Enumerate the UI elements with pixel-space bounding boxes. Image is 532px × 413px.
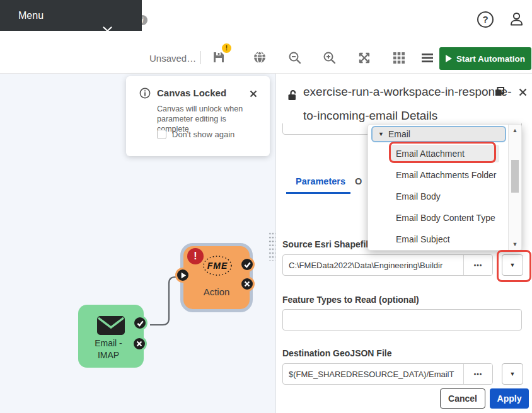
automation-canvas[interactable]: Email - IMAP FME Action ! [0,74,275,413]
fme-automations-app: Automations i ? Menu Unsaved… ! Start [0,0,532,413]
play-icon [446,55,452,62]
cross-icon [136,340,143,348]
start-automation-label: Start Automation [456,54,525,64]
scrollbar-thumb[interactable] [511,160,519,193]
dont-show-again-label: Don't show again [172,130,234,139]
fit-view-icon[interactable] [357,50,372,65]
fme-logo-icon: FME [202,254,233,280]
help-icon[interactable]: ? [477,11,494,28]
source-shapefile-label: Source Esri Shapefil [282,239,368,249]
browse-ellipsis-button[interactable]: ••• [463,364,492,384]
canvas-locked-title: Canvas Locked [157,88,226,98]
close-icon[interactable] [519,88,527,99]
start-automation-button[interactable]: Start Automation [439,47,531,70]
dropdown-item-email-attachment[interactable]: Email Attachment [391,145,499,162]
dont-show-again-checkbox[interactable] [157,130,166,139]
tab-second[interactable]: O [355,176,362,186]
duplicate-panel-icon[interactable] [494,86,505,99]
email-failure-port[interactable] [132,336,147,351]
cross-icon [243,280,251,288]
email-success-port[interactable] [132,315,147,331]
active-tab-underline [286,192,350,194]
hamburger-menu-icon[interactable] [420,50,436,65]
dropdown-item-email-body-content-type[interactable]: Email Body Content Type [391,209,500,227]
user-icon[interactable] [508,11,525,28]
destination-input-group: ••• [282,363,493,385]
dropdown-item-email-attachments-folder[interactable]: Email Attachments Folder [391,166,502,184]
dropdown-item-email-body[interactable]: Email Body [391,188,446,205]
dropdown-group-email[interactable]: ▼ Email [371,126,506,142]
node-action-label: Action [183,286,250,297]
menu-label: Menu [18,10,43,21]
scroll-up-icon[interactable]: ▲ [509,127,521,133]
destination-dropdown-button[interactable]: ▼ [502,363,523,385]
chevron-down-icon [103,13,112,44]
feature-types-input[interactable] [282,309,522,331]
source-shapefile-input[interactable] [283,255,463,275]
dropdown-item-email-subject[interactable]: Email Subject [391,230,455,248]
info-circle-icon [139,88,151,101]
globe-icon[interactable] [253,50,268,65]
check-icon [243,261,252,269]
zoom-out-icon[interactable] [287,50,303,65]
dropdown-scrollbar[interactable]: ▲ ▼ [508,125,521,250]
unsaved-warning-badge: ! [222,43,231,53]
caret-down-icon: ▼ [378,131,384,137]
destination-geojson-label: Destination GeoJSON File [282,348,391,358]
browse-ellipsis-button[interactable]: ••• [463,255,492,275]
details-panel: exercise-run-a-workspace-in-response-to-… [275,74,532,413]
play-icon [179,271,187,280]
node-email-imap[interactable]: Email - IMAP [78,305,144,368]
envelope-icon [96,315,125,339]
details-panel-title: exercise-run-a-workspace-in-response-to-… [303,80,515,128]
apply-button[interactable]: Apply [490,388,529,409]
source-dropdown-button[interactable]: ▼ [502,254,523,276]
close-icon[interactable] [250,89,257,100]
canvas-locked-toast: Canvas Locked Canvas will unlock when pa… [126,76,270,156]
node-email-label: Email - IMAP [78,337,139,361]
zoom-in-icon[interactable] [322,50,337,65]
destination-input[interactable] [283,364,463,384]
source-shapefile-input-group: ••• [282,254,493,276]
action-success-port[interactable] [240,257,255,272]
toolbar-divider [200,51,200,64]
action-input-port[interactable] [175,268,190,283]
check-icon [136,319,144,327]
svg-text:FME: FME [207,261,228,271]
scroll-down-icon[interactable]: ▼ [509,241,521,247]
grid-view-icon[interactable] [391,50,407,65]
action-failure-port[interactable] [240,276,255,291]
tab-parameters[interactable]: Parameters [296,176,345,186]
cancel-button[interactable]: Cancel [440,388,485,409]
dropdown-group-label: Email [388,129,410,139]
panel-resize-handle[interactable] [269,232,275,261]
menu-dropdown[interactable]: Menu [0,0,142,31]
unsaved-status: Unsaved… [149,53,196,64]
attribute-dropdown-popup: ▼ Email Email Attachment Email Attachmen… [367,124,522,251]
feature-types-label: Feature Types to Read (optional) [282,295,419,305]
unlock-icon [287,89,298,104]
error-badge: ! [187,248,204,264]
